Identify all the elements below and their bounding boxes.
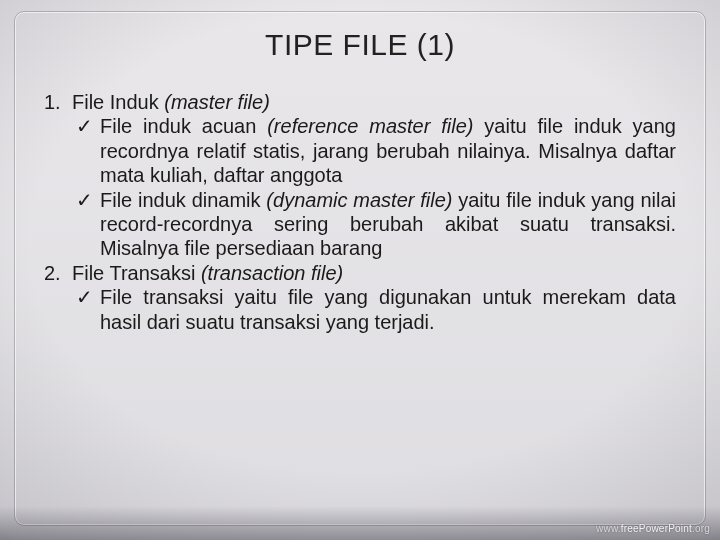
sub-italic: (dynamic master file) <box>266 189 458 211</box>
list-body: File Transaksi (transaction file) ✓ File… <box>72 261 676 334</box>
list-head-italic: (transaction file) <box>201 262 343 284</box>
sub-text: File induk acuan (reference master file)… <box>100 114 676 187</box>
list-item: 2. File Transaksi (transaction file) ✓ F… <box>44 261 676 334</box>
list-item: 1. File Induk (master file) ✓ File induk… <box>44 90 676 261</box>
list-number: 1. <box>44 90 72 261</box>
credit-brand: freePowerPoint <box>621 523 692 534</box>
list-head-text: File Induk <box>72 91 164 113</box>
sub-text: File transaksi yaitu file yang digunakan… <box>100 285 676 334</box>
sub-lead: File induk dinamik <box>100 189 266 211</box>
sub-item: ✓ File induk dinamik (dynamic master fil… <box>72 188 676 261</box>
list-body: File Induk (master file) ✓ File induk ac… <box>72 90 676 261</box>
list-head: File Induk (master file) <box>72 90 676 114</box>
sub-lead: File induk acuan <box>100 115 267 137</box>
sub-rest: File transaksi yaitu file yang digunakan… <box>100 286 676 332</box>
list-head-italic: (master file) <box>164 91 270 113</box>
list-head-text: File Transaksi <box>72 262 201 284</box>
list-head: File Transaksi (transaction file) <box>72 261 676 285</box>
check-icon: ✓ <box>76 114 100 187</box>
sub-italic: (reference master file) <box>267 115 484 137</box>
slide-title: TIPE FILE (1) <box>0 28 720 62</box>
credit-tld: .org <box>692 523 710 534</box>
slide: TIPE FILE (1) 1. File Induk (master file… <box>0 0 720 540</box>
check-icon: ✓ <box>76 188 100 261</box>
list-number: 2. <box>44 261 72 334</box>
credit-www: www. <box>596 523 621 534</box>
sub-text: File induk dinamik (dynamic master file)… <box>100 188 676 261</box>
sub-item: ✓ File induk acuan (reference master fil… <box>72 114 676 187</box>
check-icon: ✓ <box>76 285 100 334</box>
credit-link[interactable]: www.freePowerPoint.org <box>596 523 710 534</box>
slide-content: 1. File Induk (master file) ✓ File induk… <box>44 90 676 334</box>
sub-item: ✓ File transaksi yaitu file yang digunak… <box>72 285 676 334</box>
